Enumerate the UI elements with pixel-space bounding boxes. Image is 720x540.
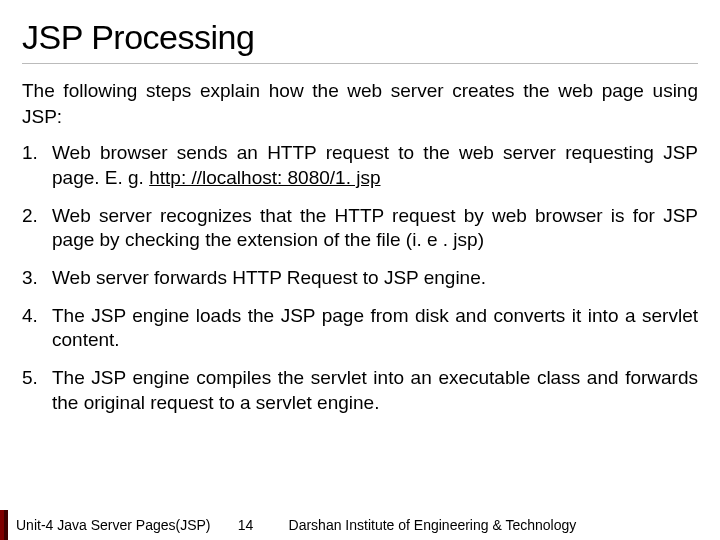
item-text: Web server recognizes that the HTTP requ… (52, 205, 698, 251)
list-item: Web server recognizes that the HTTP requ… (22, 204, 698, 253)
example-link[interactable]: http: //localhost: 8080/1. jsp (149, 167, 380, 188)
item-text: Web server forwards HTTP Request to JSP … (52, 267, 486, 288)
intro-text: The following steps explain how the web … (22, 78, 698, 129)
slide: JSP Processing The following steps expla… (0, 0, 720, 540)
item-text: The JSP engine loads the JSP page from d… (52, 305, 698, 351)
list-item: The JSP engine compiles the servlet into… (22, 366, 698, 415)
footer-institute: Darshan Institute of Engineering & Techn… (271, 517, 720, 533)
footer-unit-label: Unit-4 Java Server Pages(JSP) (8, 510, 221, 540)
page-title: JSP Processing (22, 18, 698, 64)
footer: Unit-4 Java Server Pages(JSP) 14 Darshan… (0, 510, 720, 540)
list-item: The JSP engine loads the JSP page from d… (22, 304, 698, 353)
footer-page-number: 14 (221, 517, 271, 533)
item-text: The JSP engine compiles the servlet into… (52, 367, 698, 413)
list-item: Web browser sends an HTTP request to the… (22, 141, 698, 190)
list-item: Web server forwards HTTP Request to JSP … (22, 266, 698, 291)
steps-list: Web browser sends an HTTP request to the… (22, 141, 698, 428)
